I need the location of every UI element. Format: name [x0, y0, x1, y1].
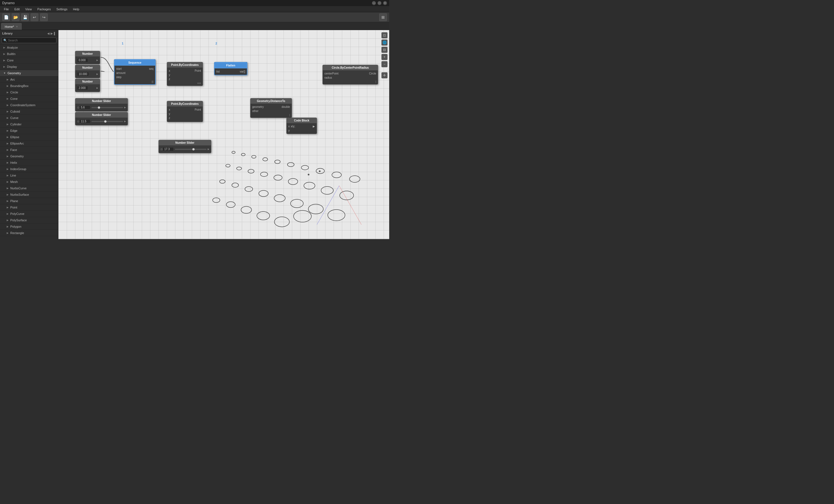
slider1-bar[interactable] [91, 107, 123, 108]
point1-port-y: y [169, 73, 170, 76]
number-node-1[interactable]: Number 0.000 ▶ [75, 51, 100, 64]
number-node-3[interactable]: Number 2.000 ▶ [75, 79, 100, 92]
sidebar-item-label: Circle [10, 91, 18, 94]
sidebar-item-label: Curve [10, 116, 18, 119]
slider3-collapse[interactable]: ⊙ [160, 148, 162, 151]
slider1-collapse[interactable]: ⊙ [77, 106, 79, 109]
point2-row-x: x Point [169, 108, 201, 112]
sidebar-item-boundingbox[interactable]: ▶ BoundingBox [0, 83, 58, 89]
svg-point-18 [274, 175, 282, 180]
icon-next[interactable]: ▶ [50, 32, 53, 35]
slider2-row: ⊙ 11.5 ▶ [77, 119, 126, 124]
view-mode-button[interactable]: ⊟ [381, 47, 388, 53]
geodist-row-geo: geometry double [252, 105, 290, 109]
sidebar-item-cuboid[interactable]: ▶ Cuboid [0, 108, 58, 115]
save-button[interactable]: 💾 [21, 13, 29, 21]
sequence-node[interactable]: Sequence start seq amount step ||| [114, 59, 156, 85]
menu-view[interactable]: View [23, 7, 35, 12]
minimize-button[interactable]: — [372, 1, 376, 5]
undo-button[interactable]: ↩ [30, 13, 38, 21]
number-node-2-value[interactable]: 10.000 [77, 72, 89, 76]
sidebar-item-label: Geometry [10, 155, 24, 158]
point-node-2[interactable]: Point.ByCoordinates x Point y z [167, 101, 203, 122]
sidebar-item-nurbssurface[interactable]: ▶ NurbsSurface [0, 192, 58, 198]
sidebar-item-plane[interactable]: ▶ Plane [0, 198, 58, 204]
number-slider-2[interactable]: Number Slider ⊙ 11.5 ▶ [75, 112, 128, 125]
geodist-body: geometry double other | [250, 104, 292, 117]
search-input[interactable] [2, 38, 57, 43]
close-button[interactable]: ✕ [383, 1, 387, 5]
number-slider-3[interactable]: Number Slider ⊙ 17.3 ▶ [158, 140, 211, 153]
new-button[interactable]: 📄 [2, 13, 10, 21]
sidebar-item-point[interactable]: ▶ Point [0, 204, 58, 211]
menu-help[interactable]: Help [70, 7, 82, 12]
arrow-icon: ▶ [7, 219, 8, 222]
flatten-body: list var[] [215, 68, 247, 75]
sidebar-item-mesh[interactable]: ▶ Mesh [0, 179, 58, 185]
geodist-node[interactable]: Geometry.DistanceTo geometry double othe… [250, 98, 292, 118]
sidebar-item-rectangle[interactable]: ▶ Rectangle [0, 230, 58, 236]
tab-close-icon[interactable]: ✕ [16, 25, 18, 28]
point-node-1[interactable]: Point.ByCoordinates x Point y z xxx [167, 62, 203, 86]
sidebar-item-label: Plane [10, 199, 18, 203]
sidebar-item-cylinder[interactable]: ▶ Cylinder [0, 121, 58, 128]
icon-panel[interactable]: ▌ [54, 32, 56, 35]
background-toggle[interactable]: 🌐 [381, 40, 388, 46]
number-node-2[interactable]: Number 10.000 ▶ [75, 65, 100, 78]
sidebar-item-builtin[interactable]: ▶ BuiltIn [0, 51, 58, 57]
number-node-1-value[interactable]: 0.000 [77, 58, 88, 62]
sidebar-item-ellipse[interactable]: ▶ Ellipse [0, 134, 58, 140]
sidebar-item-nurbscurve[interactable]: ▶ NurbsCurve [0, 185, 58, 192]
icon-prev[interactable]: ◀ [47, 32, 49, 35]
number-slider-1[interactable]: Number Slider ⊙ 5.6 ▶ [75, 98, 128, 111]
sidebar-item-cone[interactable]: ▶ Cone [0, 96, 58, 102]
sidebar-item-helix[interactable]: ▶ Helix [0, 159, 58, 166]
layout-icon[interactable]: ⊞ [379, 13, 387, 21]
slider2-bar[interactable] [91, 121, 123, 122]
circle-node[interactable]: Circle.ByCenterPointRadius centerPoint C… [323, 65, 378, 85]
sidebar-item-display[interactable]: ▶ Display [0, 64, 58, 70]
menu-file[interactable]: File [1, 7, 12, 12]
zoom-out-button[interactable]: − [381, 61, 388, 67]
sidebar-item-polycurve[interactable]: ▶ PolyCurve [0, 211, 58, 217]
maximize-button[interactable]: □ [377, 1, 381, 5]
add-node-button[interactable]: ✛ [381, 72, 388, 79]
slider3-handle[interactable] [192, 148, 195, 150]
sidebar-item-curve[interactable]: ▶ Curve [0, 115, 58, 121]
number-node-3-value[interactable]: 2.000 [77, 86, 88, 90]
seq-row-start: start seq [116, 67, 153, 71]
flatten-node[interactable]: Flatten list var[] [214, 62, 247, 75]
slider2-collapse[interactable]: ⊙ [77, 120, 79, 123]
tab-home[interactable]: Home* ✕ [1, 23, 22, 30]
sidebar-item-line[interactable]: ▶ Line [0, 172, 58, 179]
slider3-bar[interactable] [175, 149, 206, 150]
sidebar-item-circle[interactable]: ▶ Circle [0, 89, 58, 96]
sidebar-item-label: IndexGroup [10, 167, 26, 171]
sidebar-item-core[interactable]: ▶ Core [0, 57, 58, 64]
menu-settings[interactable]: Settings [54, 7, 70, 12]
sidebar-item-coordinatesystem[interactable]: ▶ CoordinateSystem [0, 102, 58, 108]
redo-button[interactable]: ↪ [40, 13, 48, 21]
seq-row-step: step [116, 75, 153, 79]
sidebar-item-geometry-child[interactable]: ▶ Geometry [0, 153, 58, 159]
sidebar-item-ellipsearc[interactable]: ▶ EllipseArc [0, 140, 58, 147]
sidebar-item-face[interactable]: ▶ Face [0, 147, 58, 153]
zoom-in-button[interactable]: + [381, 54, 388, 60]
menu-edit[interactable]: Edit [12, 7, 23, 12]
sidebar-item-indexgroup[interactable]: ▶ IndexGroup [0, 166, 58, 172]
canvas-area[interactable]: 3 1 2 Number 0.000 ▶ Number [58, 30, 389, 239]
sidebar-item-analyze[interactable]: ▶ Analyze [0, 44, 58, 51]
zoom-fit-button[interactable]: ⊡ [381, 32, 388, 38]
sidebar-item-polygon[interactable]: ▶ Polygon [0, 223, 58, 230]
slider2-handle[interactable] [104, 120, 107, 123]
seq-port-start: start [116, 67, 122, 70]
codeblock-node[interactable]: Code Block x x/y; ▶ y [286, 117, 317, 134]
sidebar-item-geometry[interactable]: ▼ Geometry [0, 70, 58, 76]
slider1-handle[interactable] [98, 107, 100, 109]
point2-row-y: y [169, 112, 201, 116]
sidebar-item-edge[interactable]: ▶ Edge [0, 128, 58, 134]
open-button[interactable]: 📂 [12, 13, 19, 21]
sidebar-item-arc[interactable]: ▶ Arc [0, 76, 58, 83]
sidebar-item-polysurface[interactable]: ▶ PolySurface [0, 217, 58, 223]
menu-packages[interactable]: Packages [35, 7, 53, 12]
